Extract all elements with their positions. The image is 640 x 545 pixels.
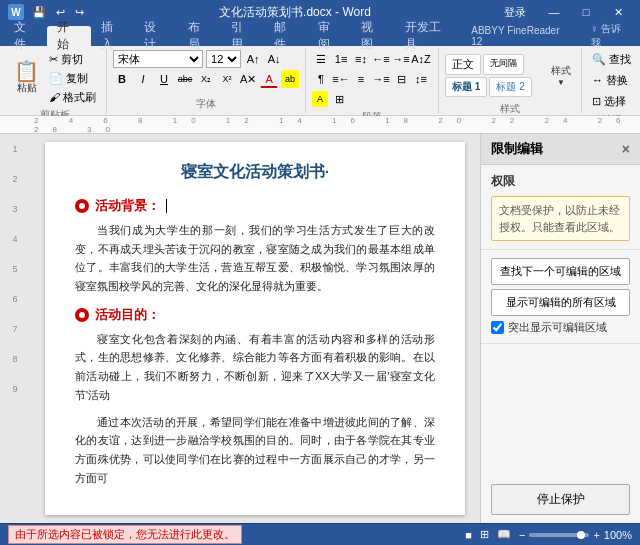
cut-btn[interactable]: ✂ 剪切 <box>45 50 100 68</box>
section-1-content[interactable]: 当我们成为大学生的那一刻，我们的学习生活方式发生了巨大的改变，不再成天埋头苦读于… <box>75 221 435 296</box>
decrease-indent-btn[interactable]: ←≡ <box>372 50 390 68</box>
login-link[interactable]: 登录 <box>504 5 526 20</box>
zoom-control: − + 100% <box>519 529 632 541</box>
tab-references[interactable]: 引用 <box>221 26 264 46</box>
style-h2[interactable]: 标题 2 <box>489 77 531 97</box>
paste-icon: 📋 <box>14 61 39 81</box>
section-2-bullet <box>75 308 89 322</box>
style-normal[interactable]: 正文 <box>445 54 481 75</box>
align-left-btn[interactable]: ≡← <box>332 70 350 88</box>
find-btn[interactable]: 🔍 查找 <box>588 50 635 69</box>
tab-review[interactable]: 审阅 <box>308 26 351 46</box>
tab-mail[interactable]: 邮件 <box>264 26 307 46</box>
title-bar-left: W 💾 ↩ ↪ <box>8 4 86 20</box>
page-num-3: 3 <box>12 204 17 214</box>
close-btn[interactable]: ✕ <box>604 0 632 24</box>
copy-btn[interactable]: 📄 复制 <box>45 69 100 87</box>
show-all-editable-btn[interactable]: 显示可编辑的所有区域 <box>491 289 630 316</box>
tab-design[interactable]: 设计 <box>134 26 177 46</box>
line-spacing-btn[interactable]: ↕≡ <box>412 70 430 88</box>
redo-quick-btn[interactable]: ↪ <box>73 6 86 19</box>
styles-arrow: ▼ <box>557 78 565 87</box>
tab-file[interactable]: 文件 <box>4 26 47 46</box>
document-title: 寝室文化活动策划书· <box>75 162 435 183</box>
view-read-btn[interactable]: 📖 <box>497 528 511 541</box>
bullets-btn[interactable]: ☰ <box>312 50 330 68</box>
page-num-8: 8 <box>12 354 17 364</box>
view-normal-btn[interactable]: ■ <box>465 529 472 541</box>
text-cursor <box>166 199 167 213</box>
tab-abbyy[interactable]: ABBYY FineReader 12 <box>461 26 581 46</box>
tab-home[interactable]: 开始 <box>47 26 90 46</box>
highlight-checkbox[interactable] <box>491 321 504 334</box>
align-right-btn[interactable]: →≡ <box>372 70 390 88</box>
shading-btn[interactable]: A <box>312 91 328 107</box>
styles-launcher-btn[interactable]: 样式 ▼ <box>547 50 575 100</box>
strikethrough-btn[interactable]: abc <box>176 70 194 88</box>
multilevel-btn[interactable]: ≡↕ <box>352 50 370 68</box>
font-color-btn[interactable]: A <box>260 70 278 88</box>
section-1-heading: 活动背景： <box>95 197 160 215</box>
borders-btn[interactable]: ⊞ <box>330 90 348 108</box>
grow-btn[interactable]: A↑ <box>244 50 262 68</box>
align-center-btn[interactable]: ≡ <box>352 70 370 88</box>
section-2-content1[interactable]: 寝室文化包含着深刻的内涵、有着丰富的活动内容和多样的活动形式，生的思想修养、文化… <box>75 330 435 405</box>
justify-btn[interactable]: ⊟ <box>392 70 410 88</box>
tab-layout[interactable]: 布局 <box>178 26 221 46</box>
window-title: 文化活动策划书.docx - Word <box>86 4 504 21</box>
highlight-btn[interactable]: ab <box>281 70 299 88</box>
styles-list: 正文 无间隔 标题 1 标题 2 <box>445 54 545 97</box>
tab-view[interactable]: 视图 <box>351 26 394 46</box>
sort-btn[interactable]: A↕Z <box>412 50 430 68</box>
undo-quick-btn[interactable]: ↩ <box>54 6 67 19</box>
font-row-1: 宋体 12 A↑ A↓ <box>113 50 283 68</box>
clear-format-btn[interactable]: A✕ <box>239 70 257 88</box>
minimize-btn[interactable]: — <box>540 0 568 24</box>
font-row-2: B I U abc X₂ X² A✕ A ab <box>113 70 299 88</box>
section-2-content2[interactable]: 通过本次活动的开展，希望同学们能在准备中增进彼此间的了解、深化的友谊，达到进一步… <box>75 413 435 488</box>
doc-title-decoration: · <box>325 164 329 180</box>
zoom-out-btn[interactable]: − <box>519 529 525 541</box>
underline-btn[interactable]: U <box>155 70 173 88</box>
view-layout-btn[interactable]: ⊞ <box>480 528 489 541</box>
ruler: 2 4 6 8 10 12 14 16 18 20 22 24 26 28 30 <box>0 116 640 134</box>
shrink-btn[interactable]: A↓ <box>265 50 283 68</box>
style-no-space[interactable]: 无间隔 <box>483 54 524 75</box>
superscript-btn[interactable]: X² <box>218 70 236 88</box>
increase-indent-btn[interactable]: →≡ <box>392 50 410 68</box>
word-app-icon: W <box>8 4 24 20</box>
clipboard-sub-btns: ✂ 剪切 📄 复制 🖌 格式刷 <box>45 50 100 106</box>
zoom-in-btn[interactable]: + <box>593 529 599 541</box>
save-quick-btn[interactable]: 💾 <box>30 6 48 19</box>
font-name-select[interactable]: 宋体 <box>113 50 203 68</box>
page-num-6: 6 <box>12 294 17 304</box>
page-num-4: 4 <box>12 234 17 244</box>
styles-label: 样式 <box>445 100 575 116</box>
select-btn[interactable]: ⊡ 选择 <box>588 92 630 111</box>
styles-icon: 样式 <box>551 64 571 78</box>
maximize-btn[interactable]: □ <box>572 0 600 24</box>
bold-btn[interactable]: B <box>113 70 131 88</box>
style-h1[interactable]: 标题 1 <box>445 77 487 97</box>
find-editable-btn[interactable]: 查找下一个可编辑的区域 <box>491 258 630 285</box>
document-page[interactable]: 寝室文化活动策划书· 活动背景： 当我们成为大学生的那一刻，我们的学习生活方式发… <box>45 142 465 515</box>
section-2-header: 活动目的： <box>75 306 435 324</box>
status-warning: 由于所选内容已被锁定，您无法进行此更改。 <box>8 525 242 544</box>
format-painter-btn[interactable]: 🖌 格式刷 <box>45 88 100 106</box>
clipboard-group-content: 📋 粘贴 ✂ 剪切 📄 复制 🖌 格式刷 <box>10 50 100 106</box>
tab-developer[interactable]: 开发工具 <box>395 26 462 46</box>
font-size-select[interactable]: 12 <box>206 50 241 68</box>
panel-close-btn[interactable]: × <box>622 141 630 157</box>
main-layout: 1 2 3 4 5 6 7 8 9 寝室文化活动策划书· 活动背景： 当我们成为… <box>0 134 640 523</box>
italic-btn[interactable]: I <box>134 70 152 88</box>
zoom-slider[interactable] <box>529 533 589 537</box>
numbering-btn[interactable]: 1≡ <box>332 50 350 68</box>
stop-protect-btn[interactable]: 停止保护 <box>491 484 630 515</box>
show-marks-btn[interactable]: ¶ <box>312 70 330 88</box>
subscript-btn[interactable]: X₂ <box>197 70 215 88</box>
tab-help[interactable]: ♀ 告诉我 <box>581 26 640 46</box>
tab-insert[interactable]: 插入 <box>91 26 134 46</box>
paste-btn[interactable]: 📋 粘贴 <box>10 53 43 103</box>
section-2-heading: 活动目的： <box>95 306 160 324</box>
replace-btn[interactable]: ↔ 替换 <box>588 71 632 90</box>
